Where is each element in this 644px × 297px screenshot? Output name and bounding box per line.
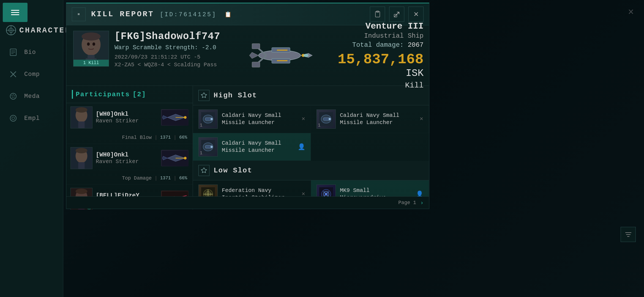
- svg-point-72: [329, 118, 331, 120]
- character-avatar: 1 Kill: [73, 31, 109, 67]
- ship-name-line: Venture III Industrial Ship: [338, 21, 424, 40]
- sidebar-item-employ[interactable]: Empl: [0, 107, 63, 129]
- high-slot-items: 1 Caldari Navy Small Missile Launcher ×: [193, 105, 429, 161]
- participant-1-damage: 1371: [160, 135, 171, 140]
- item-remove-1[interactable]: ×: [302, 116, 305, 123]
- svg-point-76: [211, 146, 213, 148]
- final-blow-label: Final Blow: [122, 135, 152, 140]
- participants-indicator: [72, 90, 73, 99]
- svg-rect-50: [78, 162, 84, 169]
- participant-1-ship-image: [161, 109, 189, 126]
- svg-point-20: [87, 42, 90, 46]
- sidebar-item-bio[interactable]: Bio: [0, 41, 63, 63]
- kill-type: Kill: [405, 81, 424, 90]
- panel-title-area: KILL REPORT [ID:7614125] 📋: [91, 10, 364, 18]
- bio-icon: [8, 47, 19, 58]
- sidebar-combat-label: Comp: [24, 71, 40, 78]
- character-location: X2-ZA5 < WQZ8-4 < Scalding Pass: [114, 62, 220, 68]
- item-count-1: 1: [200, 123, 203, 128]
- high-slot-item-1[interactable]: 1 Caldari Navy Small Missile Launcher ×: [193, 105, 311, 133]
- svg-point-37: [303, 54, 309, 57]
- sidebar-item-medals[interactable]: Meda: [0, 85, 63, 107]
- svg-point-40: [76, 107, 88, 113]
- item-remove-2[interactable]: ×: [420, 116, 423, 123]
- character-info: 1 Kill [FKG]Shadowolf747 Warp Scramble S…: [66, 25, 227, 86]
- panel-close-button[interactable]: ✕: [408, 7, 424, 22]
- launcher-icon-1: 1: [198, 109, 218, 129]
- svg-marker-11: [11, 94, 15, 98]
- panel-title-text: KILL REPORT: [91, 10, 154, 18]
- sidebar-menu-button[interactable]: [3, 3, 28, 22]
- participant-item[interactable]: [WH0]Onkl Raven Striker: [66, 144, 193, 185]
- participants-count: [2]: [133, 91, 146, 98]
- ship-name: Venture III: [365, 21, 424, 31]
- svg-point-49: [76, 148, 88, 153]
- panel-copy-icon: 📋: [225, 12, 233, 18]
- svg-point-58: [76, 189, 88, 194]
- isk-line: 15,837,168 ISK: [338, 51, 424, 79]
- participant-2-percent: 66%: [179, 176, 187, 181]
- sidebar-medals-label: Meda: [24, 93, 40, 100]
- content-area: Participants [2]: [66, 86, 429, 210]
- panel-share-button[interactable]: [389, 7, 404, 22]
- panel-actions: ✕: [370, 7, 424, 22]
- participants-panel: Participants [2]: [66, 86, 193, 210]
- svg-point-68: [211, 118, 213, 120]
- participants-list[interactable]: [WH0]Onkl Raven Striker: [66, 103, 193, 210]
- participant-1-ship: Raven Striker: [96, 118, 158, 124]
- low-slot-header: Low Slot: [193, 161, 429, 180]
- svg-point-21: [92, 42, 95, 46]
- sidebar-navigation: Bio Comp Meda: [0, 41, 63, 129]
- filter-button[interactable]: [621, 227, 636, 242]
- launcher-icon-2: 1: [316, 109, 336, 129]
- ship-image: [227, 25, 332, 86]
- high-slot-header: High Slot: [193, 86, 429, 105]
- kill-info: Venture III Industrial Ship Total damage…: [332, 25, 429, 86]
- svg-rect-34: [277, 50, 288, 51]
- participant-item[interactable]: [WH0]Onkl Raven Striker: [66, 103, 193, 144]
- ship-type: Industrial Ship: [364, 32, 424, 40]
- panel-menu-button[interactable]: ≡: [72, 7, 86, 21]
- damage-value: 2067: [408, 41, 424, 49]
- item-person-icon-3: 👤: [298, 143, 305, 151]
- sidebar-item-combat[interactable]: Comp: [0, 63, 63, 85]
- kill-report-panel: ≡ KILL REPORT [ID:7614125] 📋: [66, 3, 429, 209]
- participant-2-avatar: [70, 147, 92, 169]
- hamburger-icon: [11, 10, 19, 15]
- participant-2-ship-image: [161, 150, 189, 166]
- participant-2-info: [WH0]Onkl Raven Striker: [96, 152, 158, 165]
- character-section: 1 Kill [FKG]Shadowolf747 Warp Scramble S…: [66, 25, 429, 86]
- panel-id: [ID:7614125]: [160, 11, 217, 18]
- high-slot-title: High Slot: [214, 91, 257, 100]
- character-date: 2022/09/23 21:51:22 UTC -5: [114, 54, 220, 60]
- page-nav-right[interactable]: ›: [420, 200, 424, 206]
- main-area: ≡ KILL REPORT [ID:7614125] 📋: [63, 0, 644, 297]
- item-name-3: Caldari Navy Small Missile Launcher: [222, 140, 294, 154]
- high-slot-item-3[interactable]: 1 Caldari Navy Small Missile Launcher 👤: [193, 133, 311, 161]
- ship-display: [227, 25, 332, 86]
- participant-1-info: [WH0]Onkl Raven Striker: [96, 111, 158, 124]
- medals-icon: [8, 91, 19, 102]
- item-count-3: 1: [200, 151, 203, 156]
- warp-label: Warp Scramble Strength:: [114, 44, 198, 51]
- high-slot-icon: [198, 90, 209, 101]
- isk-value: 15,837,168: [338, 51, 424, 68]
- character-warp: Warp Scramble Strength: -2.0: [114, 44, 220, 51]
- participant-2-damage: 1371: [160, 176, 171, 181]
- item-count-2: 1: [318, 123, 321, 128]
- warp-value: -2.0: [202, 44, 216, 51]
- participants-title: Participants: [76, 91, 130, 98]
- high-slot-item-2[interactable]: 1 Caldari Navy Small Missile Launcher ×: [311, 105, 429, 133]
- sidebar-bio-label: Bio: [24, 49, 36, 56]
- item-name-2: Caldari Navy Small Missile Launcher: [340, 112, 416, 126]
- participant-2-ship: Raven Striker: [96, 158, 158, 165]
- panel-menu-icon: ≡: [78, 12, 80, 16]
- damage-label: Total damage:: [352, 41, 404, 49]
- kill-badge: 1 Kill: [73, 60, 109, 66]
- panel-clipboard-button[interactable]: [370, 7, 385, 22]
- slots-panel: High Slot 1: [193, 86, 429, 210]
- item-name-1: Caldari Navy Small Missile Launcher: [222, 112, 298, 126]
- svg-rect-33: [252, 62, 260, 67]
- sidebar: CHARACTER Bio Comp: [0, 0, 63, 297]
- panel-footer: Page 1 ›: [66, 196, 429, 209]
